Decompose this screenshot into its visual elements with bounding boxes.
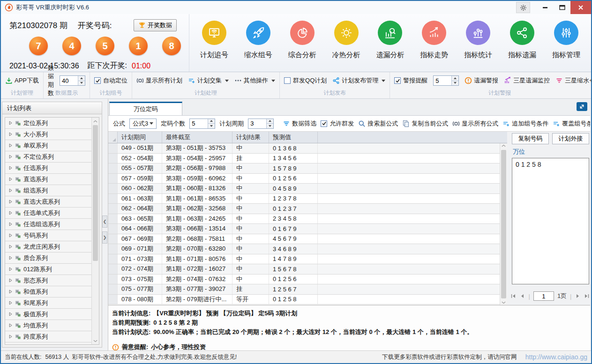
sidebar-item[interactable]: 均值系列 [5,320,91,331]
checkbox-unchecked-icon[interactable] [284,77,291,84]
data-periods-value[interactable] [60,76,78,85]
app-shrink-group[interactable]: 缩水组号 [237,21,280,72]
sidebar-item[interactable]: 单双系列 [5,140,91,151]
sidebar-item[interactable]: 和值系列 [5,286,91,297]
draw-data-button[interactable]: 开奖数据 [134,19,177,31]
table-row[interactable]: 052 - 054期 第3期 - 054期 - 25957 挂 1 3 4 5 … [108,154,500,164]
threestar-miss-monitor-button[interactable]: 三星遗漏监控 [504,76,550,85]
app-indicator-miss[interactable]: 指标遗漏 [501,21,544,72]
sidebar-item[interactable]: 定位系列 [5,118,91,129]
threestar-shrink-monitor-button[interactable]: 三星缩水+监控 [555,76,592,85]
table-row[interactable]: 057 - 059期 第3期 - 059期 - 60962 中 0 1 2 5 … [108,174,500,184]
scrollbar-thumb[interactable] [93,125,98,261]
sidebar-item[interactable]: 任选组选系列 [5,219,91,230]
table-row[interactable]: 073 - 075期 第2期 - 074期 - 07632 中 0 1 2 5 … [108,275,500,285]
table-row[interactable]: 055 - 057期 第2期 - 056期 - 97988 中 1 5 7 8 … [108,163,500,174]
sidebar-item[interactable]: 不定位系列 [5,151,91,163]
plan-intersect-dropdown[interactable]: 计划交集 [188,76,229,85]
tab-wanwei-dingma[interactable]: 万位定码 [109,102,182,115]
app-综合分析[interactable]: 综合分析 [281,21,324,72]
checkbox-checked-icon[interactable] [94,77,101,84]
sidebar-splitter[interactable]: ❮ ❯ [102,99,108,350]
table-row[interactable]: 064 - 066期 第3期 - 066期 - 13514 中 0 1 6 7 … [108,224,500,234]
cycle-value[interactable] [248,119,266,128]
table-row[interactable]: 063 - 065期 第1期 - 063期 - 24265 中 2 3 4 5 … [108,214,500,224]
prediction-numbers-box[interactable]: 0 1 2 5 8 [512,158,589,284]
alert-remind-spinner[interactable] [451,76,458,85]
cycle-spinner[interactable] [266,119,273,128]
maximize-button[interactable] [554,1,570,14]
alert-remind-checkbox[interactable]: 警报提醒 [394,76,427,85]
append-condition-button[interactable]: 追加组号条件 [502,119,548,128]
official-website-link[interactable]: http://www.caipiao.gg [525,353,587,361]
data-filter-button[interactable]: 数据筛选 [283,119,316,128]
fixed-count-value[interactable] [190,119,208,128]
sidebar-item[interactable]: 跨度系列 [5,331,91,342]
table-scrollbar[interactable] [500,143,507,305]
column-header-result[interactable]: 计划结果 [232,132,269,143]
settings-gear-icon[interactable] [516,2,530,13]
scroll-up-icon[interactable] [92,118,99,125]
sidebar-item[interactable]: 质合系列 [5,253,91,264]
sidebar-item[interactable]: 和尾系列 [5,297,91,309]
override-condition-button[interactable]: 覆盖组号条件 [553,119,590,128]
app-indicator-stats[interactable]: 指标统计 [457,21,500,72]
table-row[interactable]: 075 - 077期 第3期 - 077期 - 39027 挂 1 2 5 6 … [108,284,500,295]
cycle-input[interactable] [248,119,274,129]
checkbox-checked-icon[interactable] [321,120,327,127]
sidebar-item[interactable]: 龙虎庄闲系列 [5,241,91,253]
table-row[interactable]: 060 - 062期 第1期 - 060期 - 81326 中 0 4 5 8 … [108,184,500,194]
sidebar-item[interactable]: 直选系列 [5,174,91,185]
alert-remind-input[interactable] [433,75,459,86]
column-header-final[interactable]: 最终截至 [162,132,232,143]
show-all-plans-button[interactable]: 显示所有计划 [136,76,182,85]
table-row[interactable]: 071 - 073期 第1期 - 071期 - 80576 中 1 4 7 8 … [108,254,500,265]
table-row[interactable]: 067 - 069期 第2期 - 068期 - 75811 中 4 5 6 7 … [108,234,500,245]
app-indicator-trend[interactable]: 指标走势 [412,21,456,72]
prev-page-icon[interactable] [519,293,525,299]
show-all-formula-button[interactable]: 显示所有公式 [452,119,498,128]
data-periods-input[interactable] [60,75,85,86]
app-plan-chase[interactable]: 计划追号 [193,21,236,72]
sidebar-item[interactable]: 直选大底系列 [5,196,91,208]
first-page-icon[interactable] [510,293,516,299]
maximize-panel-button[interactable] [577,102,587,111]
sidebar-item[interactable]: 组选系列 [5,185,91,196]
table-row[interactable]: 069 - 071期 第2期 - 070期 - 63280 中 3 4 6 8 … [108,244,500,254]
scrollbar-thumb[interactable] [501,150,506,298]
column-header-period[interactable]: 计划期间 [118,132,162,143]
sidebar-item[interactable]: 大小系列 [5,129,91,140]
expand-right-button[interactable]: ❯ [102,231,107,244]
close-button[interactable] [570,1,591,14]
sidebar-item[interactable]: 012路系列 [5,264,91,275]
sidebar-scrollbar[interactable] [91,118,99,344]
search-formula-button[interactable]: 搜索新公式 [358,119,398,128]
sidebar-item[interactable]: 号码系列 [5,230,91,241]
sidebar-item[interactable]: 形态系列 [5,275,91,286]
fixed-count-spinner[interactable] [208,119,215,128]
checkbox-checked-icon[interactable] [394,77,401,84]
publish-manage-dropdown[interactable]: 计划发布管理 [332,76,385,85]
fixed-count-input[interactable] [189,119,215,129]
alert-remind-value[interactable] [434,76,451,85]
data-periods-spinner[interactable] [78,76,85,85]
plan-external-button[interactable]: 计划外接 [552,133,589,144]
table-row[interactable]: 072 - 074期 第1期 - 072期 - 16027 中 1 5 6 7 … [108,264,500,275]
table-row[interactable]: 061 - 063期 第1期 - 061期 - 86535 中 1 2 3 7 … [108,194,500,204]
copy-formula-button[interactable]: 复制当前公式 [402,119,448,128]
app-miss-analysis[interactable]: 遗漏分析 [368,21,412,72]
table-row[interactable]: 062 - 064期 第1期 - 062期 - 32568 中 0 1 2 3 … [108,204,500,214]
other-operations-dropdown[interactable]: 其他操作 [234,76,275,85]
sidebar-item[interactable]: 极值系列 [5,309,91,320]
scroll-down-icon[interactable] [502,301,506,304]
app-download-button[interactable]: APP下载 [5,76,39,85]
formula-select[interactable]: 公式3 [129,119,157,129]
sidebar-item[interactable]: 任选单式系列 [5,208,91,219]
minimize-button[interactable] [537,1,554,14]
column-header-prediction[interactable]: 预测值 [269,132,318,143]
scroll-up-icon[interactable] [502,144,506,147]
page-number-input[interactable] [533,291,554,301]
last-page-icon[interactable] [584,293,590,299]
copy-numbers-button[interactable]: 复制号码 [512,133,549,144]
miss-alert-button[interactable]: 遗漏警报 [465,76,498,85]
